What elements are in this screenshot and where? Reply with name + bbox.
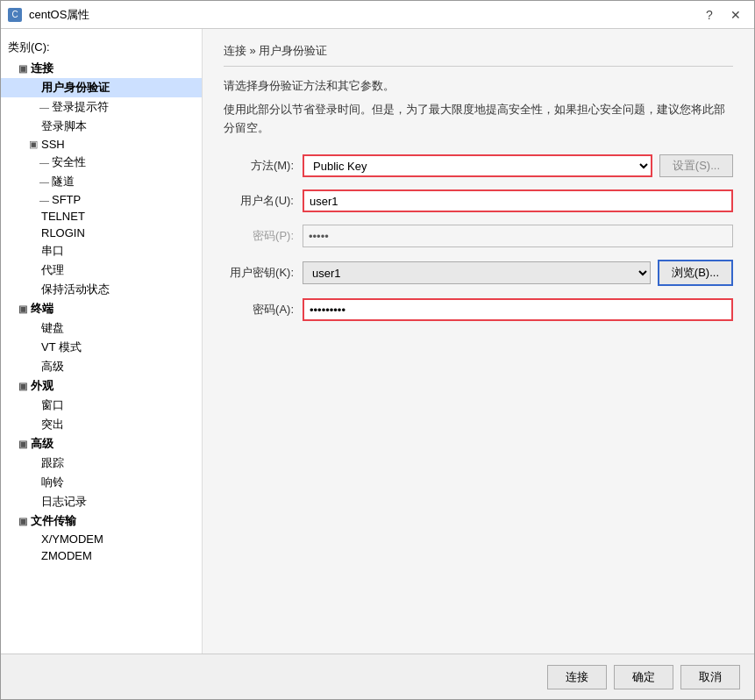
passphrase-input[interactable] — [303, 298, 733, 321]
passphrase-label: 密码(A): — [224, 302, 303, 318]
sidebar-item-telnet[interactable]: TELNET — [1, 208, 202, 225]
passphrase-row: 密码(A): — [224, 298, 733, 321]
window-controls: ? ✕ — [698, 5, 747, 25]
sidebar-item-trace[interactable]: 跟踪 — [1, 454, 202, 473]
sidebar-item-xymodem[interactable]: X/YMODEM — [1, 531, 202, 547]
sidebar-item-logging[interactable]: 日志记录 — [1, 492, 202, 511]
sidebar-item-security[interactable]: — 安全性 — [1, 153, 202, 172]
app-icon: C — [8, 8, 22, 22]
sidebar-item-proxy[interactable]: 代理 — [1, 261, 202, 280]
sidebar-item-advanced-terminal[interactable]: 高级 — [1, 357, 202, 376]
userkey-row: 用户密钥(K): user1 浏览(B)... — [224, 260, 733, 286]
expand-icon: ▣ — [18, 63, 29, 75]
ok-button[interactable]: 确定 — [614, 665, 673, 689]
connect-button[interactable]: 连接 — [547, 665, 607, 689]
sidebar-item-terminal[interactable]: ▣ 终端 — [1, 299, 202, 318]
userkey-label: 用户密钥(K): — [224, 265, 303, 281]
form-area: 方法(M): Public Key 设置(S)... 用户名(U): — [224, 154, 733, 639]
sidebar-item-vtmode[interactable]: VT 模式 — [1, 338, 202, 357]
sidebar-item-zmodem[interactable]: ZMODEM — [1, 547, 202, 564]
sidebar-item-connect[interactable]: ▣ 连接 — [1, 59, 202, 78]
close-button[interactable]: ✕ — [724, 5, 747, 25]
help-button[interactable]: ? — [698, 5, 721, 25]
desc-line1: 请选择身份验证方法和其它参数。 — [224, 77, 733, 96]
password-row: 密码(P): — [224, 225, 733, 247]
sidebar-item-window[interactable]: 窗口 — [1, 396, 202, 415]
passphrase-controls — [303, 298, 733, 321]
sidebar-item-ssh[interactable]: ▣ SSH — [1, 136, 202, 153]
password-input[interactable] — [303, 225, 733, 247]
sidebar-item-appearance[interactable]: ▣ 外观 — [1, 376, 202, 396]
username-label: 用户名(U): — [224, 193, 303, 209]
method-controls: Public Key 设置(S)... — [303, 154, 733, 177]
sidebar-item-bell[interactable]: 响铃 — [1, 473, 202, 492]
userkey-select[interactable]: user1 — [303, 261, 651, 284]
sidebar-item-user-auth[interactable]: 用户身份验证 — [1, 78, 202, 97]
sidebar-item-login-prompt[interactable]: — 登录提示符 — [1, 97, 202, 117]
description: 请选择身份验证方法和其它参数。 使用此部分以节省登录时间。但是，为了最大限度地提… — [224, 77, 733, 137]
title-bar: C centOS属性 ? ✕ — [1, 1, 754, 29]
method-row: 方法(M): Public Key 设置(S)... — [224, 154, 733, 177]
method-label: 方法(M): — [224, 158, 303, 174]
sidebar-item-serial[interactable]: 串口 — [1, 241, 202, 261]
sidebar-item-keyboard[interactable]: 键盘 — [1, 318, 202, 338]
desc-line2: 使用此部分以节省登录时间。但是，为了最大限度地提高安全性，如果担心安全问题，建议… — [224, 101, 733, 138]
main-content: 连接 » 用户身份验证 请选择身份验证方法和其它参数。 使用此部分以节省登录时间… — [203, 29, 754, 654]
password-controls — [303, 225, 733, 247]
cancel-button[interactable]: 取消 — [680, 665, 740, 689]
dialog-title: centOS属性 — [29, 7, 89, 23]
sidebar-item-login-script[interactable]: 登录脚本 — [1, 117, 202, 136]
breadcrumb: 连接 » 用户身份验证 — [224, 43, 733, 67]
username-row: 用户名(U): — [224, 189, 733, 212]
sidebar-item-highlight[interactable]: 突出 — [1, 415, 202, 434]
sidebar-item-advanced[interactable]: ▣ 高级 — [1, 434, 202, 454]
dialog-footer: 连接 确定 取消 — [1, 654, 754, 699]
sidebar-item-keepalive[interactable]: 保持活动状态 — [1, 280, 202, 299]
username-controls — [303, 189, 733, 212]
sidebar-item-tunnel[interactable]: — 隧道 — [1, 172, 202, 191]
sidebar-item-filetransfer[interactable]: ▣ 文件传输 — [1, 511, 202, 531]
settings-button[interactable]: 设置(S)... — [659, 154, 733, 177]
browse-button[interactable]: 浏览(B)... — [658, 260, 733, 286]
sidebar-item-rlogin[interactable]: RLOGIN — [1, 225, 202, 241]
category-label: 类别(C): — [1, 36, 202, 59]
username-input[interactable] — [303, 189, 733, 212]
sidebar: 类别(C): ▣ 连接 用户身份验证 — 登录提示符 登录脚本 ▣ SSH — [1, 29, 203, 654]
sidebar-item-sftp[interactable]: — SFTP — [1, 191, 202, 208]
password-label: 密码(P): — [224, 228, 303, 244]
method-select[interactable]: Public Key — [303, 154, 652, 177]
userkey-controls: user1 浏览(B)... — [303, 260, 733, 286]
